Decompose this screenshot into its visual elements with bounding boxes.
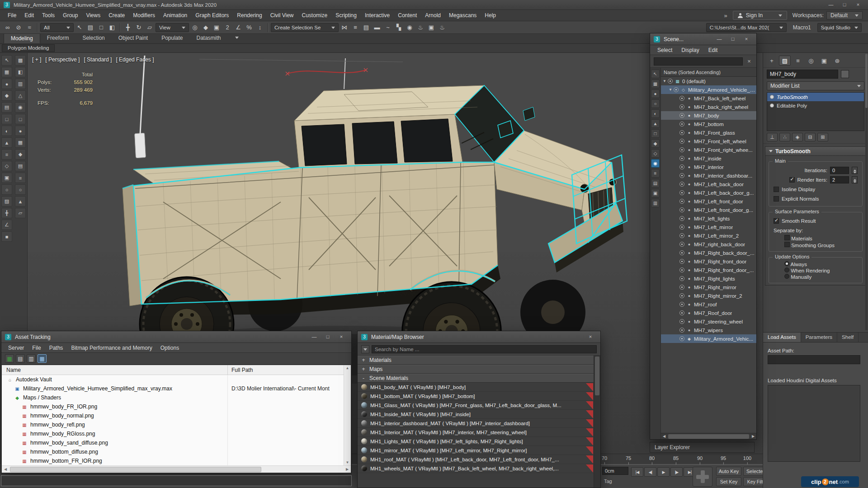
radio-button[interactable] <box>784 261 789 266</box>
scroll-right-icon[interactable]: ▶ <box>344 467 351 471</box>
go-to-start-button[interactable]: |◀ <box>631 467 643 477</box>
scroll-down-icon[interactable]: ▼ <box>346 460 349 465</box>
material-editor-icon[interactable]: ◉ <box>405 23 415 33</box>
modeling-tool-icon[interactable]: ▤ <box>1 102 12 113</box>
modifier-enable-icon[interactable] <box>770 95 774 99</box>
modeling-tool-icon[interactable]: ↖ <box>1 55 12 66</box>
material-section-header-scene[interactable]: - Scene Materials <box>358 374 600 383</box>
pin-stack-icon[interactable]: ⊥ <box>767 133 778 141</box>
select-and-move-icon[interactable]: ╋ <box>123 23 133 33</box>
asset-row[interactable]: ▦ hmmwv_body_sand_diffuse.png <box>2 438 351 447</box>
toolbar-tab-studio[interactable]: Squid Studio <box>817 23 862 32</box>
modeling-tool-icon[interactable]: ● <box>15 126 26 136</box>
remove-modifier-icon[interactable]: ⊟ <box>805 133 816 141</box>
visibility-icon[interactable] <box>674 87 679 92</box>
visibility-icon[interactable] <box>679 96 684 101</box>
menu-item[interactable]: Rendering <box>233 10 266 21</box>
scroll-left-icon[interactable]: ◀ <box>2 467 9 471</box>
visibility-icon[interactable] <box>679 285 684 290</box>
scene-node-row[interactable]: ● MH7_Left_mirror_2 <box>661 231 756 240</box>
modeling-tool-icon[interactable]: ≡ <box>1 149 12 160</box>
panel-tab[interactable]: Shelf <box>837 333 859 342</box>
spinner-arrows[interactable] <box>852 167 858 174</box>
menu-item[interactable]: Help <box>481 10 500 21</box>
menu-item[interactable]: Content <box>394 10 421 21</box>
scene-node-row[interactable]: ● MH7_Left_back_door_g... <box>661 188 756 197</box>
menu-item[interactable]: Edit <box>20 10 38 21</box>
create-tab-icon[interactable]: + <box>766 56 778 66</box>
rollout-header[interactable]: TurboSmooth <box>765 147 866 156</box>
coordinate-display-field[interactable]: 0cm <box>602 467 628 475</box>
select-and-link-icon[interactable]: ∞ <box>3 23 13 33</box>
visibility-icon[interactable] <box>679 173 684 178</box>
show-end-result-icon[interactable]: ∴ <box>779 133 790 141</box>
modeling-tool-icon[interactable]: ▥ <box>15 79 26 89</box>
modeling-tool-icon[interactable]: ▩ <box>15 55 26 66</box>
unlink-selection-icon[interactable]: ⊘ <box>14 23 24 33</box>
scene-node-row[interactable]: ● MH7_Right_mirror_2 <box>661 291 756 300</box>
display-filter-icon[interactable]: □ <box>651 129 660 138</box>
material-section-header[interactable]: + Materials <box>358 356 600 365</box>
visibility-icon[interactable] <box>679 233 684 238</box>
menu-item[interactable]: Bitmap Performance and Memory <box>67 345 156 351</box>
menu-item[interactable]: Tools <box>38 10 59 21</box>
material-row[interactable]: MH1_body_MAT ( VRayMtl ) [MH7_body] <box>358 383 600 392</box>
menu-item[interactable]: Scripting <box>331 10 361 21</box>
ribbon-tab[interactable]: Datasmith <box>190 33 228 43</box>
menu-item[interactable]: Select <box>653 47 677 53</box>
render-production-icon[interactable]: ♨ <box>437 23 447 33</box>
object-name-field[interactable]: MH7_body <box>767 70 838 79</box>
scene-node-row[interactable]: ● MH7_Right_front_door <box>661 257 756 266</box>
display-filter-icon[interactable]: ▲ <box>651 119 660 128</box>
menu-item[interactable]: Options <box>156 345 183 351</box>
material-row[interactable]: MH1_interior_dashboard_MAT ( VRayMtl ) [… <box>358 419 600 428</box>
material-row[interactable]: MH1_Lights_MAT ( VRayMtl ) [MH7_left_lig… <box>358 437 600 446</box>
project-folder-select[interactable]: C:\Users\St...ds Max 202( <box>706 23 787 32</box>
rendered-frame-icon[interactable]: ▣ <box>426 23 436 33</box>
menu-overflow-chevron[interactable]: » <box>724 12 727 19</box>
modeling-tool-icon[interactable]: ▲ <box>1 137 12 148</box>
scene-node-row[interactable]: ● MH7_left_lights <box>661 214 756 223</box>
scene-node-row[interactable]: ▼ ◇ Military_Armored_Vehicle_H... <box>661 85 756 94</box>
modeling-tool-icon[interactable]: ╋ <box>1 208 12 218</box>
menu-item[interactable]: Modifiers <box>129 10 159 21</box>
spinner-arrows[interactable] <box>852 176 858 183</box>
modeling-tool-icon[interactable]: ◆ <box>1 90 12 101</box>
checkbox[interactable] <box>784 242 790 247</box>
selection-filter-select[interactable]: All <box>40 23 74 32</box>
maxscript-mini-listener[interactable] <box>1 475 352 486</box>
scene-node-row[interactable]: ● MH7_Left_back_door <box>661 180 756 188</box>
sign-in-button[interactable]: Sign In <box>733 11 787 20</box>
scene-node-row[interactable]: ● MH7_body <box>661 111 756 120</box>
select-and-rotate-icon[interactable]: ↻ <box>134 23 144 33</box>
motion-tab-icon[interactable]: ◎ <box>805 56 817 66</box>
scene-node-row[interactable]: ● MH7_Front_glass <box>661 128 756 137</box>
radio-button[interactable] <box>784 267 789 272</box>
toolbar-tab-macro1[interactable]: Macro1 <box>790 24 814 31</box>
select-object-icon[interactable]: ↖ <box>75 23 85 33</box>
ribbon-tab[interactable]: Selection <box>75 33 111 43</box>
percent-snap-icon[interactable]: % <box>244 23 254 33</box>
modeling-tool-icon[interactable]: ≡ <box>15 173 26 183</box>
scene-node-row[interactable]: ● MH7_Left_mirror <box>661 223 756 231</box>
scene-node-row[interactable]: ● MH7_Front_right_whee... <box>661 145 756 154</box>
scene-node-row[interactable]: ● MH7_Right_front_door_... <box>661 266 756 274</box>
display-filter-icon[interactable]: ● <box>651 89 660 98</box>
asset-row[interactable]: ▦ hmmwv_body_RGloss.png <box>2 429 351 438</box>
visibility-icon[interactable] <box>668 79 673 84</box>
material-row[interactable]: MH1_wheels_MAT ( VRayMtl ) [MH7_Back_lef… <box>358 464 600 473</box>
maximize-button[interactable]: □ <box>726 35 739 43</box>
collapse-icon[interactable]: - <box>361 375 366 381</box>
ribbon-tab[interactable]: Object Paint <box>112 33 155 43</box>
scene-node-row[interactable]: ● MH7_Back_left_wheel <box>661 94 756 103</box>
visibility-icon[interactable] <box>679 336 684 341</box>
visibility-icon[interactable] <box>679 276 684 281</box>
reference-coordinate-select[interactable]: View <box>156 23 189 32</box>
scene-node-row[interactable]: ● MH7_wipers <box>661 326 756 334</box>
scene-node-row[interactable]: ◆ Military_Armored_Vehic... <box>661 334 756 343</box>
menu-item[interactable]: Create <box>104 10 129 21</box>
material-row[interactable]: MH1_roof_MAT ( VRayMtl ) [MH7_Left_back_… <box>358 455 600 464</box>
modeling-tool-icon[interactable]: ▱ <box>15 208 26 218</box>
modifier-list-select[interactable]: Modifier List <box>767 81 864 90</box>
maximize-button[interactable]: □ <box>321 333 334 341</box>
